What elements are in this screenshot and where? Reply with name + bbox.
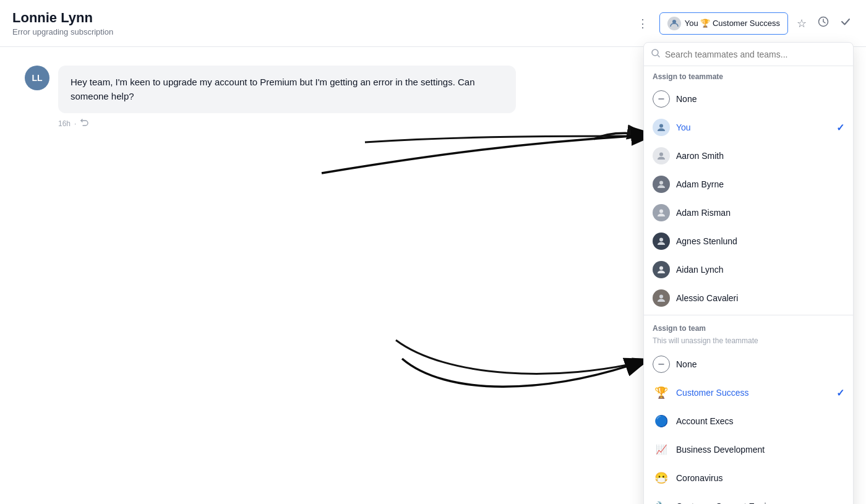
teammate-adam-b[interactable]: Adam Byrne [644,170,853,199]
team-business-dev-label: Business Development [676,445,844,455]
assign-button-label: You 🏆 Customer Success [685,19,780,28]
teammate-adam-r[interactable]: Adam Risman [644,199,853,227]
customer-success-checkmark: ✓ [836,387,844,399]
svg-point-0 [672,20,676,23]
search-icon [651,49,660,59]
teammate-aaron-label: Aaron Smith [676,151,844,161]
check-button[interactable] [838,14,854,33]
team-account-execs[interactable]: 🔵 Account Execs [644,407,853,435]
search-input[interactable] [665,49,846,59]
clock-button[interactable] [815,14,831,33]
svg-point-7 [659,210,663,213]
star-button[interactable]: ☆ [794,14,809,33]
teammate-none[interactable]: None [644,85,853,113]
header: Lonnie Lynn Error upgrading subscription… [0,0,866,47]
svg-point-5 [659,153,663,156]
you-avatar [653,119,670,136]
search-bar [644,43,853,66]
assignee-avatar [667,17,681,30]
adam-b-avatar [653,176,670,193]
agnes-avatar [653,233,670,250]
coronavirus-avatar: 😷 [653,469,670,487]
team-customer-success-label: Customer Success [676,388,830,398]
alessio-avatar [653,289,670,307]
team-coronavirus-label: Coronavirus [676,473,844,483]
section-divider [644,315,853,315]
teammate-agnes[interactable]: Agnes Stenlund [644,227,853,255]
teammate-aidan[interactable]: Aidan Lynch [644,255,853,284]
teammate-you-label: You [676,122,830,132]
svg-point-10 [659,295,663,299]
team-business-dev[interactable]: 📈 Business Development [644,435,853,464]
teammate-aidan-label: Aidan Lynch [676,265,844,275]
assign-teammate-label: Assign to teammate [644,66,853,85]
aaron-avatar [653,147,670,164]
reply-icon[interactable] [80,118,88,129]
none-avatar [653,90,670,108]
team-coronavirus[interactable]: 😷 Coronavirus [644,464,853,492]
teammate-none-label: None [676,94,844,104]
more-options-button[interactable]: ⋮ [632,14,653,33]
teammate-aaron[interactable]: Aaron Smith [644,142,853,170]
team-cse-label: Customer Support Engineers [676,502,844,504]
message-dot: · [74,119,76,128]
sender-avatar: LL [25,66,49,90]
svg-point-6 [659,181,663,185]
account-execs-avatar: 🔵 [653,412,670,430]
teammate-adam-r-label: Adam Risman [676,208,844,218]
cse-avatar: 🔧 [653,498,670,504]
teammate-adam-b-label: Adam Byrne [676,179,844,189]
team-customer-success[interactable]: 🏆 Customer Success ✓ [644,378,853,407]
svg-point-9 [659,267,663,270]
assign-dropdown: Assign to teammate None You ✓ Aaron Smit [643,42,854,504]
svg-point-2 [652,49,658,56]
team-none-avatar [653,356,670,373]
business-dev-avatar: 📈 [653,441,670,458]
team-none[interactable]: None [644,350,853,378]
header-right: ⋮ You 🏆 Customer Success ☆ [632,12,854,35]
svg-point-4 [659,124,663,128]
message-time: 16h [58,119,71,128]
conversation-title: Lonnie Lynn [12,10,113,26]
message-bubble: Hey team, I'm keen to upgrade my account… [58,66,516,113]
team-cse[interactable]: 🔧 Customer Support Engineers [644,492,853,504]
aidan-avatar [653,261,670,278]
assign-button[interactable]: You 🏆 Customer Success [659,12,788,35]
adam-r-avatar [653,204,670,221]
customer-success-avatar: 🏆 [653,384,670,401]
teammate-you[interactable]: You ✓ [644,113,853,142]
conversation-subtitle: Error upgrading subscription [12,27,113,36]
teammate-agnes-label: Agnes Stenlund [676,236,844,246]
assign-team-sublabel: This will unassign the teammate [644,336,853,350]
teammate-alessio[interactable]: Alessio Cavaleri [644,284,853,312]
teammate-alessio-label: Alessio Cavaleri [676,293,844,303]
team-account-execs-label: Account Execs [676,416,844,426]
team-none-label: None [676,359,844,369]
header-left: Lonnie Lynn Error upgrading subscription [12,10,113,36]
you-checkmark: ✓ [836,122,844,134]
svg-point-8 [659,238,663,242]
assign-team-label: Assign to team [644,318,853,336]
